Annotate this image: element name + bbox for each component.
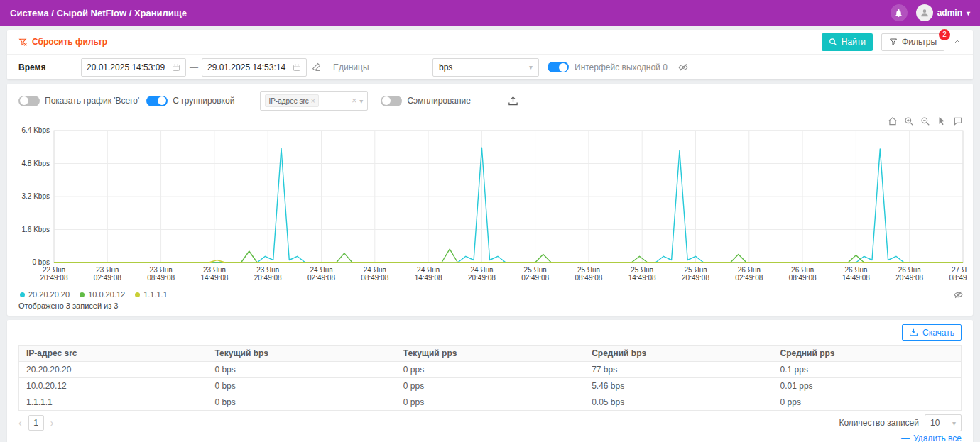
tooltip-mode-button[interactable] <box>953 116 963 126</box>
chevron-down-icon: ▾ <box>529 63 533 71</box>
filters-label: Фильтры <box>902 37 937 47</box>
svg-text:25 Янв02:49:08: 25 Янв02:49:08 <box>521 266 549 282</box>
table-cell: 1.1.1.1 <box>19 394 207 411</box>
notifications-button[interactable] <box>891 4 908 21</box>
chart-controls: Показать график 'Всего' С группировкой I… <box>7 89 973 112</box>
calendar-icon <box>172 63 180 72</box>
legend-item[interactable]: 10.0.20.12 <box>80 290 125 299</box>
avatar <box>916 4 933 21</box>
sampling-control: Сэмплирование <box>381 96 471 106</box>
interface-toggle[interactable] <box>548 62 569 72</box>
filter-icon <box>889 38 898 46</box>
column-header[interactable]: Текущий pps <box>396 346 584 362</box>
records-summary: Отображено 3 записей из 3 <box>7 301 973 313</box>
username: admin <box>937 8 962 18</box>
page-number[interactable]: 1 <box>28 415 44 431</box>
table-cell: 0.01 pps <box>773 378 961 394</box>
svg-text:1.6 Kbps: 1.6 Kbps <box>22 226 50 233</box>
svg-text:25 Янв08:49:08: 25 Янв08:49:08 <box>575 266 602 282</box>
delete-all-button[interactable]: — Удалить все <box>901 433 962 442</box>
group-field-value: IP-адрес src <box>268 97 308 105</box>
column-header[interactable]: Средний bps <box>584 346 773 362</box>
clear-select-icon[interactable]: × <box>352 96 356 106</box>
table-cell: 0 pps <box>396 378 584 394</box>
date-range-separator: — <box>190 62 198 72</box>
download-button[interactable]: Скачать <box>902 324 962 341</box>
svg-text:24 Янв14:49:08: 24 Янв14:49:08 <box>415 266 442 282</box>
column-header[interactable]: IP-адрес src <box>19 346 207 362</box>
table-body: 20.20.20.200 bps0 pps77 bps0.1 pps10.0.2… <box>19 362 962 411</box>
toggle-legend-button[interactable] <box>954 290 963 299</box>
units-select[interactable]: bps ▾ <box>432 58 539 77</box>
table-header: IP-адрес srcТекущий bpsТекущий ppsСредни… <box>19 346 962 362</box>
units-value: bps <box>439 62 452 72</box>
column-header[interactable]: Средний pps <box>773 346 961 362</box>
svg-text:23 Янв02:49:08: 23 Янв02:49:08 <box>94 266 121 282</box>
delete-all-row: — Удалить все <box>18 433 962 442</box>
date-to-input[interactable]: 29.01.2025 14:53:14 <box>202 58 307 77</box>
show-total-control: Показать график 'Всего' <box>18 96 139 106</box>
table-cell: 0 bps <box>207 394 396 411</box>
svg-text:24 Янв02:49:08: 24 Янв02:49:08 <box>307 266 335 282</box>
legend-item[interactable]: 20.20.20.20 <box>20 290 70 299</box>
filter-row: Время 20.01.2025 14:53:09 — 29.01.2025 1… <box>7 54 973 79</box>
chevron-up-icon <box>953 38 962 46</box>
delete-all-label: Удалить все <box>913 433 962 442</box>
user-icon <box>920 8 930 18</box>
reset-filter-button[interactable]: Сбросить фильтр <box>18 37 107 47</box>
calendar-icon <box>293 63 301 72</box>
zoom-in-button[interactable] <box>904 116 914 126</box>
legend-item[interactable]: 1.1.1.1 <box>135 290 168 299</box>
breadcrumb: Система / Сырой NetFlow / Хранилище <box>10 8 187 18</box>
sampling-toggle[interactable] <box>381 96 402 106</box>
grouping-label: С группировкой <box>173 96 234 106</box>
svg-text:24 Янв08:49:08: 24 Янв08:49:08 <box>361 266 388 282</box>
grouping-toggle[interactable] <box>146 96 168 106</box>
collapse-panel-button[interactable] <box>953 38 962 46</box>
eye-off-icon <box>678 62 688 72</box>
zoom-out-button[interactable] <box>920 116 930 126</box>
chevron-down-icon: ▾ <box>952 419 956 427</box>
table-cell: 77 bps <box>584 362 773 378</box>
line-chart[interactable]: 22 Янв20:49:0823 Янв02:49:0823 Янв08:49:… <box>13 126 967 288</box>
filters-button[interactable]: Фильтры 2 <box>881 33 944 51</box>
time-label: Время <box>18 62 81 72</box>
clear-dates-button[interactable] <box>312 62 321 72</box>
find-button[interactable]: Найти <box>822 33 873 51</box>
reset-view-button[interactable] <box>888 116 898 126</box>
svg-text:4.8 Kbps: 4.8 Kbps <box>22 160 50 167</box>
pointer-mode-button[interactable] <box>937 116 947 126</box>
remove-tag-icon[interactable]: × <box>311 97 315 105</box>
page-size-select[interactable]: 10 ▾ <box>925 414 962 431</box>
next-page-button[interactable]: › <box>50 417 54 429</box>
hide-interface-button[interactable] <box>678 62 688 72</box>
date-from-input[interactable]: 20.01.2025 14:53:09 <box>81 58 186 77</box>
search-icon <box>829 38 837 46</box>
sampling-label: Сэмплирование <box>407 96 471 106</box>
top-header: Система / Сырой NetFlow / Хранилище admi… <box>0 0 980 26</box>
eye-off-icon <box>954 290 963 299</box>
download-icon <box>909 328 918 337</box>
chart-area[interactable]: 22 Янв20:49:0823 Янв02:49:0823 Янв08:49:… <box>7 126 973 288</box>
find-label: Найти <box>842 37 866 47</box>
prev-page-button[interactable]: ‹ <box>18 417 22 429</box>
filter-clear-icon <box>18 38 28 47</box>
table-panel: Скачать IP-адрес srcТекущий bpsТекущий p… <box>7 320 973 442</box>
chart-legend: 20.20.20.2010.0.20.121.1.1.1 <box>17 290 168 299</box>
svg-text:22 Янв20:49:08: 22 Янв20:49:08 <box>40 266 68 282</box>
cursor-icon <box>937 116 947 126</box>
page-size-control: Количество записей 10 ▾ <box>839 414 962 431</box>
svg-text:24 Янв20:49:08: 24 Янв20:49:08 <box>468 266 496 282</box>
column-header[interactable]: Текущий bps <box>207 346 396 362</box>
table-cell: 0.05 bps <box>584 394 773 411</box>
user-menu[interactable]: admin ▾ <box>916 4 970 21</box>
table-cell: 0 pps <box>396 394 584 411</box>
export-button[interactable] <box>508 96 518 106</box>
svg-text:23 Янв14:49:08: 23 Янв14:49:08 <box>200 266 228 282</box>
table-cell: 0 pps <box>773 394 961 411</box>
reset-filter-label: Сбросить фильтр <box>32 37 107 47</box>
show-total-toggle[interactable] <box>18 96 40 106</box>
legend-dot <box>20 292 25 297</box>
legend-row: 20.20.20.2010.0.20.121.1.1.1 <box>7 288 973 301</box>
group-field-select[interactable]: IP-адрес src × × ▾ <box>260 91 368 111</box>
